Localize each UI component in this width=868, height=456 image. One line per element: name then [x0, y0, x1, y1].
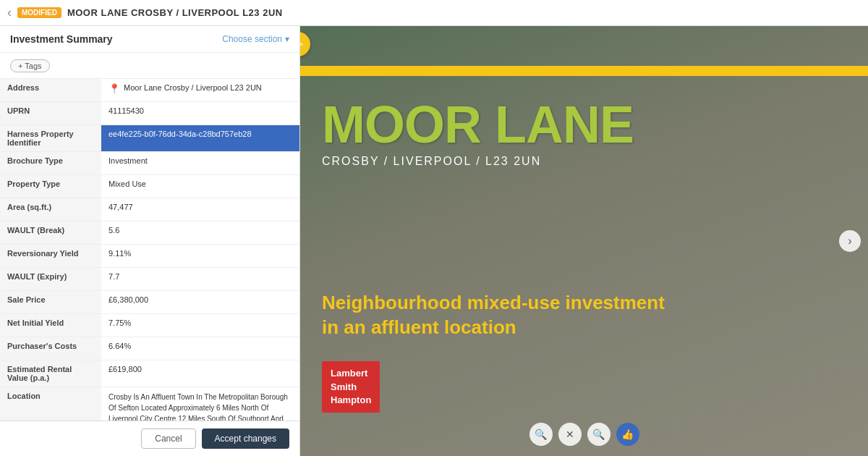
field-label: UPRN — [0, 102, 101, 124]
yellow-stripe — [300, 66, 868, 76]
field-value: £6,380,000 — [101, 291, 299, 313]
data-table: Address📍Moor Lane Crosby / Liverpool L23… — [0, 79, 299, 421]
field-value: 📍Moor Lane Crosby / Liverpool L23 2UN — [101, 79, 299, 101]
table-row: Sale Price£6,380,000 — [0, 291, 299, 314]
field-value: 6.64% — [101, 337, 299, 360]
choose-section-label: Choose section — [222, 34, 282, 44]
add-tags-button[interactable]: + Tags — [10, 59, 50, 72]
top-bar: ‹ MODIFIED MOOR LANE CROSBY / LIVERPOOL … — [0, 0, 868, 26]
field-value: 47,477 — [101, 198, 299, 221]
chevron-down-icon: ▾ — [285, 34, 289, 44]
field-label: Property Type — [0, 175, 101, 198]
brochure-main-title: MOOR LANE — [322, 98, 634, 151]
brochure-toolbar: 🔍 ✕ 🔍 👍 — [529, 423, 639, 446]
address-text: Moor Lane Crosby / Liverpool L23 2UN — [124, 83, 262, 92]
table-row: Reversionary Yield9.11% — [0, 245, 299, 268]
field-label: Estimated Rental Value (p.a.) — [0, 360, 101, 387]
table-row: Estimated Rental Value (p.a.)£619,800 — [0, 360, 299, 387]
table-row: Harness Property Identifieree4fe225-b0f-… — [0, 125, 299, 152]
logo-line1: Lambert — [331, 367, 371, 380]
zoom-in-icon[interactable]: 🔍 — [587, 423, 610, 446]
panel-title: Investment Summary — [10, 33, 113, 45]
table-row: Purchaser's Costs6.64% — [0, 337, 299, 360]
edit-icon: ✏ — [300, 38, 303, 51]
field-label: Area (sq.ft.) — [0, 198, 101, 221]
field-label: WAULT (Expiry) — [0, 268, 101, 290]
field-value: 7.75% — [101, 314, 299, 337]
table-row: WAULT (Expiry)7.7 — [0, 268, 299, 291]
panel-header: Investment Summary Choose section ▾ — [0, 26, 299, 53]
field-label: Address — [0, 79, 101, 101]
field-value: £619,800 — [101, 360, 299, 387]
table-row: Property TypeMixed Use — [0, 175, 299, 198]
field-value: 5.6 — [101, 221, 299, 244]
bottom-buttons: Cancel Accept changes — [0, 421, 299, 456]
tagline-line2: in an affluent location — [322, 316, 846, 340]
field-label: WAULT (Break) — [0, 221, 101, 244]
table-row: Address📍Moor Lane Crosby / Liverpool L23… — [0, 79, 299, 102]
logo-box: Lambert Smith Hampton — [322, 361, 380, 413]
modified-badge: MODIFIED — [17, 7, 61, 18]
brochure-title-block: MOOR LANE CROSBY / LIVERPOOL / L23 2UN — [322, 98, 634, 168]
zoom-out-icon[interactable]: 🔍 — [529, 423, 553, 446]
field-value: 7.7 — [101, 268, 299, 290]
logo-line3: Hampton — [331, 394, 371, 407]
brochure-tagline: Neighbourhood mixed-use investment in an… — [322, 291, 846, 340]
field-value: Crosby Is An Affluent Town In The Metrop… — [101, 387, 299, 421]
brochure-subtitle: CROSBY / LIVERPOOL / L23 2UN — [322, 155, 634, 168]
accept-changes-button[interactable]: Accept changes — [202, 428, 289, 449]
field-value[interactable]: ee4fe225-b0f-76dd-34da-c28bd757eb28 — [101, 125, 299, 151]
field-value: Investment — [101, 152, 299, 174]
choose-section-dropdown[interactable]: Choose section ▾ — [222, 34, 289, 44]
page-title: MOOR LANE CROSBY / LIVERPOOL L23 2UN — [67, 7, 283, 18]
field-label: Sale Price — [0, 291, 101, 313]
field-label: Purchaser's Costs — [0, 337, 101, 360]
main-layout: Investment Summary Choose section ▾ + Ta… — [0, 26, 868, 456]
cancel-button[interactable]: Cancel — [141, 428, 195, 449]
tagline-line1: Neighbourhood mixed-use investment — [322, 291, 846, 316]
table-row: Net Initial Yield7.75% — [0, 314, 299, 337]
back-button[interactable]: ‹ — [7, 5, 12, 20]
field-value: 41115430 — [101, 102, 299, 124]
field-value: 9.11% — [101, 245, 299, 267]
field-label: Net Initial Yield — [0, 314, 101, 337]
tags-row: + Tags — [0, 53, 299, 79]
table-row: WAULT (Break)5.6 — [0, 221, 299, 245]
location-pin-icon: 📍 — [109, 83, 120, 94]
table-row: Area (sq.ft.)47,477 — [0, 198, 299, 221]
brochure-background: ✏ MOOR LANE CROSBY / LIVERPOOL / L23 2UN… — [300, 26, 868, 456]
field-label: Location — [0, 387, 101, 421]
confirm-icon[interactable]: 👍 — [616, 423, 639, 446]
logo-line2: Smith — [331, 381, 371, 394]
left-panel: Investment Summary Choose section ▾ + Ta… — [0, 26, 300, 456]
field-label: Harness Property Identifier — [0, 125, 101, 151]
close-icon[interactable]: ✕ — [558, 423, 582, 446]
table-row: UPRN41115430 — [0, 102, 299, 125]
next-page-button[interactable]: › — [839, 230, 861, 252]
table-row: LocationCrosby Is An Affluent Town In Th… — [0, 387, 299, 421]
field-label: Reversionary Yield — [0, 245, 101, 267]
field-value: Mixed Use — [101, 175, 299, 198]
right-panel: ✏ MOOR LANE CROSBY / LIVERPOOL / L23 2UN… — [300, 26, 868, 456]
field-label: Brochure Type — [0, 152, 101, 174]
edit-brochure-button[interactable]: ✏ — [300, 32, 310, 56]
table-row: Brochure TypeInvestment — [0, 152, 299, 175]
